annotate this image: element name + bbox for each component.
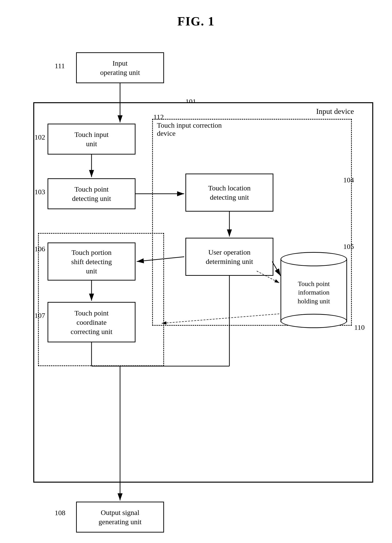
touch-input-unit-box: Touch inputunit	[48, 124, 136, 154]
user-operation-box: User operationdetermining unit	[185, 238, 273, 276]
touch-location-label: Touch locationdetecting unit	[208, 183, 251, 202]
output-signal-label: Output signalgenerating unit	[99, 508, 142, 526]
input-device-label: Input device	[316, 107, 354, 116]
touch-location-detecting-box: Touch locationdetecting unit	[185, 174, 273, 212]
page-title: FIG. 1	[0, 0, 392, 28]
cylinder-top	[280, 252, 347, 266]
label-111: 111	[55, 62, 65, 70]
cylinder-shape: Touch pointinformationholding unit	[280, 252, 347, 328]
input-operating-unit-box: Inputoperating unit	[76, 52, 164, 83]
label-105: 105	[343, 243, 354, 251]
touch-portion-shift-box: Touch portionshift detectingunit	[48, 243, 136, 281]
touch-point-coordinate-box: Touch pointcoordinatecorrecting unit	[48, 302, 136, 342]
output-signal-box: Output signalgenerating unit	[76, 502, 164, 532]
label-106: 106	[34, 245, 45, 253]
touch-point-detecting-label: Touch pointdetecting unit	[72, 185, 111, 203]
touch-point-coordinate-label: Touch pointcoordinatecorrecting unit	[71, 308, 113, 336]
touch-input-label: Touch inputunit	[74, 130, 109, 148]
label-102: 102	[34, 133, 45, 141]
label-107: 107	[34, 311, 45, 320]
touch-point-detecting-box: Touch pointdetecting unit	[48, 178, 136, 209]
cylinder-container: Touch pointinformationholding unit	[280, 252, 352, 333]
cylinder-text: Touch pointinformationholding unit	[285, 280, 342, 305]
label-103: 103	[34, 188, 45, 196]
touch-portion-shift-label: Touch portionshift detectingunit	[71, 248, 112, 276]
user-operation-label: User operationdetermining unit	[206, 248, 253, 266]
label-110: 110	[354, 323, 365, 331]
correction-device-label: Touch input correctiondevice	[157, 121, 222, 137]
cylinder-bottom-ellipse	[280, 314, 347, 328]
input-operating-label: Inputoperating unit	[100, 58, 140, 77]
label-108: 108	[55, 509, 65, 517]
label-104: 104	[343, 176, 354, 184]
